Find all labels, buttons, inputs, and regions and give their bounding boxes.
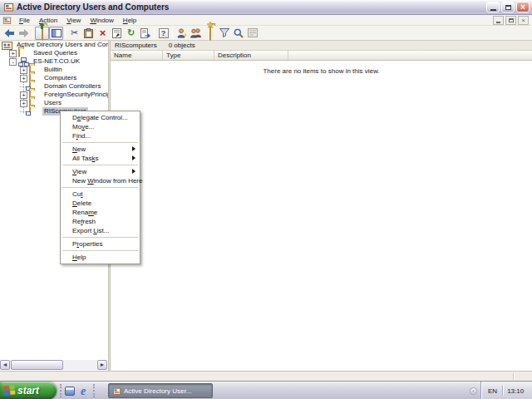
properties-button[interactable] (110, 27, 124, 40)
collapse-toggle[interactable]: - (9, 58, 17, 66)
start-button[interactable]: start (0, 382, 57, 399)
blue-window-icon (65, 387, 75, 396)
scrollbar-thumb[interactable] (11, 360, 63, 370)
organizational-unit-icon (29, 107, 40, 116)
expand-toggle[interactable]: + (20, 91, 27, 99)
taskbar-window-button-label: Active Directory User... (124, 387, 191, 395)
back-button[interactable] (2, 27, 17, 40)
cut-button[interactable]: ✂ (67, 27, 81, 40)
context-menu-item-export-list[interactable]: Export List... (61, 226, 140, 235)
quick-launch-internet-explorer-button[interactable]: e (77, 385, 89, 397)
quick-launch-handle[interactable] (60, 384, 62, 397)
tree-item-root[interactable]: Active Directory Users and Computers (0, 41, 108, 49)
context-menu-item-refresh[interactable]: Refresh (61, 217, 140, 226)
tree-item-foreign-security-principals[interactable]: + ForeignSecurityPrincipals (0, 91, 108, 99)
menu-separator (62, 187, 138, 188)
column-header-type[interactable]: Type (163, 51, 214, 60)
help-button[interactable]: ? (156, 27, 170, 40)
taskbar-window-button[interactable]: Active Directory User... (108, 383, 213, 398)
status-bar (0, 371, 532, 381)
toolbar-separator (65, 27, 66, 38)
menu-view[interactable]: View (62, 16, 86, 25)
mdi-restore-button[interactable] (505, 16, 516, 25)
mdi-close-button[interactable]: × (518, 16, 529, 25)
column-header-description[interactable]: Description (214, 51, 288, 60)
paste-button[interactable] (81, 27, 96, 40)
tree-item-domain-controllers[interactable]: Domain Controllers (0, 82, 108, 91)
aduc-root-icon (2, 41, 12, 50)
system-tray: EN 13:10 (480, 382, 532, 399)
new-ou-icon (209, 26, 211, 41)
expand-toggle[interactable]: + (20, 100, 27, 107)
new-user-button[interactable] (175, 27, 189, 40)
internet-explorer-icon: e (81, 386, 86, 397)
object-count: 0 objects (169, 42, 195, 49)
tree-item-computers[interactable]: + Computers (0, 74, 108, 82)
context-menu-item-rename[interactable]: Rename (61, 208, 140, 217)
scroll-left-button[interactable]: ◄ (0, 360, 10, 370)
filter-icon (219, 28, 229, 37)
column-header-filler (288, 51, 532, 60)
forward-button[interactable] (17, 27, 31, 40)
context-menu-item-all-tasks[interactable]: All Tasks (61, 154, 140, 163)
expand-toggle[interactable]: + (9, 50, 17, 57)
mdi-minimize-button[interactable] (493, 16, 504, 25)
advanced-options-button[interactable] (245, 27, 259, 40)
help-icon: ? (159, 28, 169, 38)
context-menu-item-new-window-from-here[interactable]: New Window from Here (61, 176, 140, 185)
context-menu-item-delete[interactable]: Delete (61, 199, 140, 208)
menu-help[interactable]: Help (119, 16, 141, 25)
menu-separator (62, 142, 138, 143)
paste-icon (84, 28, 93, 38)
new-ou-button[interactable] (203, 27, 217, 40)
quick-launch-window-button[interactable] (64, 385, 76, 397)
hide-inactive-icons-chevron[interactable]: ‹ (470, 387, 477, 395)
close-button[interactable]: × (516, 2, 530, 12)
context-menu-item-cut[interactable]: Cut (61, 190, 140, 199)
tree-item-saved-queries[interactable]: + Saved Queries (0, 49, 108, 57)
horizontal-scrollbar[interactable]: ◄ ► (0, 360, 107, 370)
tree-item-domain[interactable]: - ES-NET.CO.UK (0, 57, 108, 66)
column-header-name[interactable]: Name (111, 51, 163, 60)
description-bar: RIScomputers 0 objects (111, 41, 532, 51)
toolbar: ✂ × ↻ ? (0, 26, 532, 41)
menu-separator (62, 250, 138, 251)
tree-item-builtin[interactable]: + Builtin (0, 66, 108, 74)
taskbar-handle[interactable] (93, 384, 95, 397)
context-menu-item-help[interactable]: Help (61, 253, 140, 262)
export-list-button[interactable] (138, 27, 152, 40)
context-menu-item-view[interactable]: View (61, 167, 140, 176)
minimize-button[interactable] (486, 2, 500, 12)
taskbar-clock[interactable]: 13:10 (507, 387, 524, 395)
new-group-button[interactable] (189, 27, 203, 40)
context-menu-item-properties[interactable]: Properties (61, 239, 140, 249)
context-menu-item-new[interactable]: New (61, 145, 140, 154)
menu-window[interactable]: Window (86, 16, 118, 25)
tree-item-users[interactable]: + Users (0, 99, 108, 107)
container-name: RIScomputers (115, 42, 157, 49)
aduc-task-icon (112, 387, 121, 396)
delete-button[interactable]: × (96, 27, 110, 40)
context-menu-item-find[interactable]: Find... (61, 131, 140, 140)
restore-button[interactable] (501, 2, 515, 12)
result-list: There are no items to show in this view. (111, 61, 532, 371)
domain-icon (18, 57, 29, 66)
app-icon (3, 2, 14, 12)
expand-toggle[interactable]: + (20, 75, 27, 82)
up-one-level-button[interactable] (35, 27, 49, 40)
start-button-label: start (17, 385, 39, 397)
refresh-button[interactable]: ↻ (124, 27, 138, 40)
filter-button[interactable] (217, 27, 231, 40)
expand-toggle[interactable]: + (20, 66, 27, 74)
language-indicator[interactable]: EN (488, 387, 497, 395)
console-icon (2, 16, 12, 25)
export-list-icon (140, 28, 150, 38)
menu-file[interactable]: File (15, 16, 35, 25)
context-menu-item-move[interactable]: Move... (61, 122, 140, 131)
show-console-tree-button[interactable] (49, 27, 63, 40)
find-button[interactable] (231, 27, 245, 40)
tree-item-label: Users (42, 99, 63, 107)
submenu-arrow-icon (132, 155, 135, 160)
context-menu-item-delegate-control[interactable]: Delegate Control... (61, 113, 140, 122)
scroll-right-button[interactable]: ► (97, 360, 107, 370)
